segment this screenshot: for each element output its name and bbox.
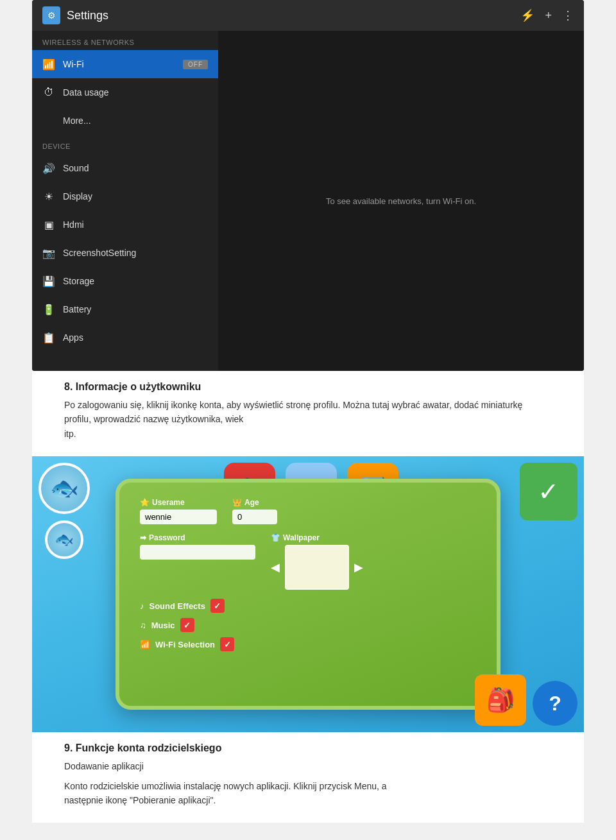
section8-p1: Po zalogowaniu się, kliknij ikonkę konta…: [64, 400, 389, 410]
sidebar-section-wireless: WIRELESS & NETWORKS: [32, 31, 218, 50]
wallpaper-group: 👕 Wallpaper ◀ ▶: [271, 533, 363, 590]
star-icon-label: ⭐: [140, 498, 150, 507]
username-input[interactable]: [140, 510, 217, 524]
display-icon: ☀: [42, 190, 55, 203]
sidebar-item-battery[interactable]: 🔋 Battery: [32, 295, 218, 323]
username-age-row: ⭐ Userame 👑 Age: [140, 498, 476, 524]
sidebar-screenshot-label: ScreenshotSetting: [63, 248, 208, 258]
article-section-8: 8. Informacje o użytkowniku Po zalogowan…: [32, 371, 584, 456]
sidebar-item-data-usage[interactable]: ⏱ Data usage: [32, 78, 218, 107]
music-label: Music: [151, 621, 175, 630]
profile-card: ⭐ Userame 👑 Age ➡: [116, 479, 501, 710]
profile-options: ♪ Sound Effects ✓ ♫ Music ✓ 📶 Wi-Fi Sele…: [140, 599, 476, 651]
settings-title: Settings: [67, 9, 108, 22]
bag-icon: 🎒: [475, 674, 526, 726]
settings-icon: ⚙: [47, 10, 56, 21]
plus-icon[interactable]: +: [545, 9, 552, 22]
password-label: ➡ Password: [140, 533, 255, 542]
wallpaper-label: 👕 Wallpaper: [271, 533, 363, 542]
shirt-icon-label: 👕: [271, 533, 280, 542]
battery-icon: 🔋: [42, 303, 55, 316]
titlebar-right: ⚡ + ⋮: [520, 8, 574, 22]
arrow-icon-label: ➡: [140, 533, 146, 542]
settings-panel: ⚙ Settings ⚡ + ⋮ WIRELESS & NETWORKS: [32, 0, 584, 371]
sidebar-battery-label: Battery: [63, 304, 208, 314]
sound-effects-row: ♪ Sound Effects ✓: [140, 599, 476, 613]
wifi-selection-label: Wi-Fi Selection: [155, 640, 215, 649]
titlebar-left: ⚙ Settings: [42, 6, 108, 24]
fish-avatar-small: 🐟: [45, 520, 83, 559]
article-section-9-wrapper: 9. Funkcje konta rodzicielskiego Dodawan…: [32, 732, 584, 823]
fish-avatar-main: 🐟: [38, 463, 90, 514]
sidebar-item-apps[interactable]: 📋 Apps: [32, 323, 218, 352]
sidebar-wifi-label: Wi-Fi: [63, 59, 175, 69]
password-input[interactable]: [140, 545, 255, 560]
sidebar-item-screenshot[interactable]: 📷 ScreenshotSetting: [32, 239, 218, 267]
question-mark-icon: ?: [533, 681, 578, 726]
lightning-icon[interactable]: ⚡: [520, 8, 535, 22]
sidebar-hdmi-label: Hdmi: [63, 219, 208, 230]
sound-effects-icon: ♪: [140, 601, 144, 611]
wallpaper-preview: [285, 545, 349, 590]
wifi-selection-row: 📶 Wi-Fi Selection ✓: [140, 637, 476, 651]
titlebar: ⚙ Settings ⚡ + ⋮: [32, 0, 584, 31]
profile-screenshot: 📚 ✈ 🔢 ⭐ Userame 👑 Age: [32, 456, 584, 732]
checkmark-box: ✓: [520, 463, 578, 520]
sidebar-item-display[interactable]: ☀ Display: [32, 182, 218, 210]
sidebar-item-wifi[interactable]: 📶 Wi-Fi OFF: [32, 50, 218, 78]
sound-effects-checkbox[interactable]: ✓: [210, 599, 225, 613]
sidebar-more-label: More...: [63, 116, 208, 126]
wallpaper-right-arrow[interactable]: ▶: [354, 560, 363, 574]
wifi-icon: 📶: [42, 58, 55, 71]
wifi-selection-checkbox[interactable]: ✓: [220, 637, 234, 651]
wifi-selection-icon: 📶: [140, 640, 150, 649]
sidebar: WIRELESS & NETWORKS 📶 Wi-Fi OFF ⏱ Data u…: [32, 31, 218, 371]
settings-body: WIRELESS & NETWORKS 📶 Wi-Fi OFF ⏱ Data u…: [32, 31, 584, 371]
section9-heading: 9. Funkcje konta rodzicielskiego: [64, 742, 552, 754]
page-wrapper: ⚙ Settings ⚡ + ⋮ WIRELESS & NETWORKS: [0, 0, 616, 823]
wifi-toggle[interactable]: OFF: [183, 60, 208, 69]
section9-line2: Konto rodzicielskie umożliwia instalację…: [64, 779, 552, 808]
wallpaper-arrows: ◀ ▶: [271, 545, 363, 590]
sidebar-storage-label: Storage: [63, 276, 208, 286]
sound-effects-label: Sound Effects: [150, 601, 205, 611]
section8-p3: itp.: [64, 429, 76, 439]
sidebar-item-sound[interactable]: 🔊 Sound: [32, 154, 218, 182]
music-icon: ♫: [140, 621, 146, 630]
section8-paragraph: Po zalogowaniu się, kliknij ikonkę konta…: [64, 398, 552, 441]
crown-icon-label: 👑: [232, 498, 242, 507]
wifi-message: To see available networks, turn Wi-Fi on…: [326, 196, 476, 206]
storage-icon: 💾: [42, 275, 55, 287]
article-text-9: 9. Funkcje konta rodzicielskiego Dodawan…: [32, 732, 584, 823]
sidebar-display-label: Display: [63, 191, 208, 201]
menu-icon[interactable]: ⋮: [562, 8, 574, 22]
data-usage-icon: ⏱: [42, 86, 55, 99]
age-label: 👑 Age: [232, 498, 277, 507]
wallpaper-left-arrow[interactable]: ◀: [271, 560, 280, 574]
sidebar-item-more[interactable]: More...: [32, 107, 218, 135]
age-input[interactable]: [232, 510, 277, 524]
sidebar-data-usage-label: Data usage: [63, 87, 208, 98]
sidebar-sound-label: Sound: [63, 163, 208, 173]
music-row: ♫ Music ✓: [140, 618, 476, 632]
article-text-8: 8. Informacje o użytkowniku Po zalogowan…: [32, 371, 584, 456]
hdmi-icon: ▣: [42, 218, 55, 231]
sidebar-section-device: DEVICE: [32, 135, 218, 154]
age-group: 👑 Age: [232, 498, 277, 524]
username-group: ⭐ Userame: [140, 498, 217, 524]
fish-avatar-area: 🐟 🐟: [38, 463, 90, 559]
sidebar-item-storage[interactable]: 💾 Storage: [32, 267, 218, 295]
sidebar-item-hdmi[interactable]: ▣ Hdmi: [32, 210, 218, 239]
username-label: ⭐ Userame: [140, 498, 217, 507]
more-icon: [42, 114, 55, 127]
password-row: ➡ Password 👕 Wallpaper ◀ ▶: [140, 533, 476, 590]
settings-window: ⚙ Settings ⚡ + ⋮ WIRELESS & NETWORKS: [32, 0, 584, 371]
section8-heading: 8. Informacje o użytkowniku: [64, 381, 552, 393]
music-checkbox[interactable]: ✓: [180, 618, 194, 632]
section9-line1: Dodawanie aplikacji: [64, 759, 552, 773]
sound-icon: 🔊: [42, 162, 55, 175]
apps-icon: 📋: [42, 331, 55, 344]
settings-app-icon: ⚙: [42, 6, 60, 24]
screenshot-icon: 📷: [42, 246, 55, 259]
main-content-area: To see available networks, turn Wi-Fi on…: [218, 31, 584, 371]
